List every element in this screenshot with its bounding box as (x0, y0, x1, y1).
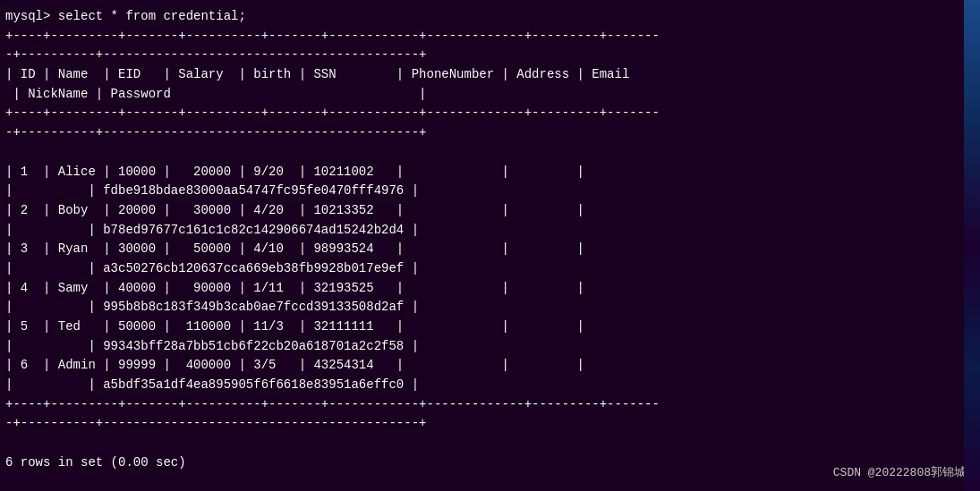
table-row: | 1 | Alice | 10000 | 20000 | 9/20 | 102… (5, 163, 975, 182)
prompt: mysql> select * from credential; (5, 9, 246, 23)
table-row: | 5 | Ted | 50000 | 110000 | 11/3 | 3211… (5, 317, 975, 337)
table-row: | 4 | Samy | 40000 | 90000 | 1/11 | 3219… (5, 279, 975, 299)
right-sidebar-decoration (964, 0, 980, 491)
table-row: | 2 | Boby | 20000 | 30000 | 4/20 | 1021… (5, 201, 975, 221)
result-line: 6 rows in set (0.00 sec) (5, 453, 975, 473)
table-row: | | fdbe918bdae83000aa54747fc95fe0470fff… (5, 182, 975, 201)
table-row: | | 99343bff28a7bb51cb6f22cb20a618701a2c… (5, 337, 975, 357)
terminal-window: mysql> select * from credential; +----+-… (0, 0, 980, 491)
separator-bottom-2: -+----------+---------------------------… (5, 414, 975, 434)
command-line: mysql> select * from credential; (5, 7, 975, 27)
separator-header-1: +----+---------+-------+----------+-----… (5, 104, 975, 123)
separator-top-2: -+----------+---------------------------… (5, 46, 975, 65)
table-row: | 6 | Admin | 99999 | 400000 | 3/5 | 432… (5, 356, 975, 376)
header-row-1: | ID | Name | EID | Salary | birth | SSN… (5, 65, 975, 85)
separator-header-2: -+----------+---------------------------… (5, 123, 975, 143)
table-row: | | b78ed97677c161c1c82c142906674ad15242… (5, 221, 975, 241)
watermark: CSDN @20222808郭锦城 (833, 464, 966, 480)
table-row: | | a5bdf35a1df4ea895905f6f6618e83951a6e… (5, 376, 975, 395)
table-row: | | 995b8b8c183f349b3cab0ae7fccd39133508… (5, 298, 975, 317)
separator-bottom-1: +----+---------+-------+----------+-----… (5, 395, 975, 415)
table-row: | | a3c50276cb120637cca669eb38fb9928b017… (5, 259, 975, 279)
separator-blank (5, 143, 975, 163)
separator-top-1: +----+---------+-------+----------+-----… (5, 27, 975, 47)
table-row: | 3 | Ryan | 30000 | 50000 | 4/10 | 9899… (5, 240, 975, 259)
separator-bottom-3 (5, 434, 975, 453)
header-row-2: | NickName | Password | (5, 85, 975, 105)
